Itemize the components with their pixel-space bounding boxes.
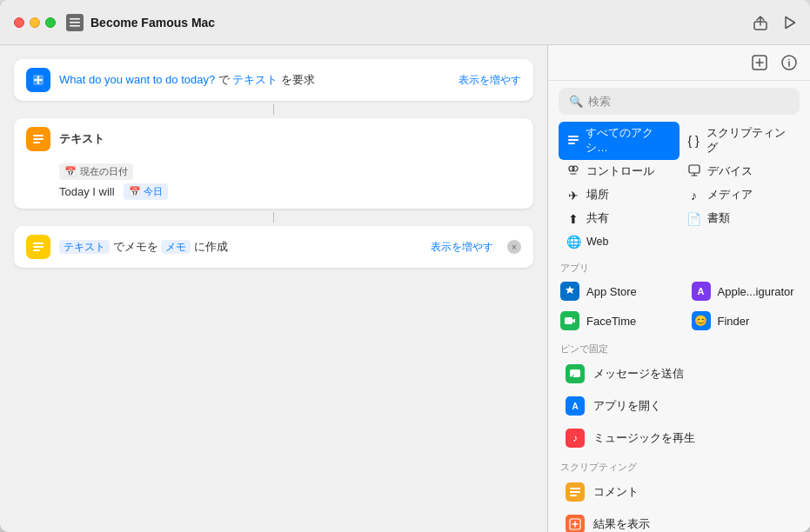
svg-rect-28: [565, 317, 572, 324]
category-device[interactable]: デバイス: [679, 160, 800, 183]
create-note-close[interactable]: ×: [507, 240, 521, 254]
close-button[interactable]: [14, 17, 24, 28]
category-control[interactable]: コントロール: [559, 160, 679, 183]
window-title: Become Famous Mac: [90, 16, 753, 30]
category-all-actions[interactable]: すべてのアクシ…: [559, 122, 679, 160]
open-app-label: アプリを開く: [593, 398, 661, 414]
create-note-title: テキスト でメモを メモ に作成: [59, 239, 422, 255]
comment-label: コメント: [593, 484, 639, 500]
configurator-icon: A: [692, 282, 711, 301]
svg-rect-12: [33, 249, 40, 251]
pinned-open-app[interactable]: A アプリを開く: [553, 390, 805, 422]
search-input[interactable]: [588, 95, 789, 108]
date-badge: 📅 現在の日付: [59, 163, 133, 180]
add-action-button[interactable]: [751, 54, 768, 75]
svg-rect-8: [33, 138, 44, 140]
create-note-more[interactable]: 表示を増やす: [431, 240, 493, 255]
minimize-button[interactable]: [30, 17, 40, 28]
send-message-icon: [566, 364, 585, 383]
play-music-icon: ♪: [566, 429, 585, 448]
search-bar[interactable]: 🔍: [559, 88, 800, 115]
share-icon: ⬆: [566, 212, 581, 226]
search-icon: 🔍: [569, 95, 583, 108]
scripting-section-label: スクリプティング: [548, 457, 810, 475]
actions-toolbar: [548, 45, 810, 81]
svg-rect-2: [70, 25, 80, 27]
category-control-label: コントロール: [586, 164, 654, 179]
scripting-comment[interactable]: コメント: [553, 476, 805, 508]
svg-rect-30: [570, 488, 580, 489]
ask-input-title: What do you want to do today? で テキスト を要求: [59, 72, 450, 88]
svg-rect-32: [570, 495, 577, 496]
category-media-label: メディア: [707, 188, 753, 203]
show-result-label: 結果を表示: [593, 516, 650, 532]
device-icon: [686, 164, 702, 179]
create-note-header: テキスト でメモを メモ に作成 表示を増やす ×: [14, 226, 533, 268]
ask-input-more[interactable]: 表示を増やす: [459, 73, 521, 88]
media-icon: ♪: [686, 189, 702, 203]
app-finder[interactable]: 😊 Finder: [679, 306, 811, 336]
svg-rect-7: [33, 135, 44, 136]
svg-rect-1: [70, 22, 80, 23]
pinned-section-label: ピンで固定: [548, 339, 810, 357]
scripting-icon: { }: [686, 134, 701, 148]
svg-rect-20: [568, 139, 579, 141]
play-button[interactable]: [784, 16, 796, 30]
control-icon: [566, 164, 581, 179]
titlebar-actions: [753, 14, 796, 31]
share-button[interactable]: [753, 14, 768, 31]
scripting-section: スクリプティング コメント: [548, 457, 810, 532]
ask-input-card: What do you want to do today? で テキスト を要求…: [14, 59, 533, 101]
appstore-icon: [560, 282, 579, 301]
text-card-title: テキスト: [59, 131, 521, 147]
svg-rect-9: [33, 142, 40, 143]
maximize-button[interactable]: [45, 17, 56, 28]
category-documents[interactable]: 📄 書類: [679, 207, 800, 230]
svg-rect-21: [568, 143, 575, 144]
apps-section-label: アプリ: [548, 258, 810, 276]
text-icon: [26, 127, 50, 151]
traffic-lights: [14, 17, 56, 28]
app-icon: [66, 14, 84, 31]
category-media[interactable]: ♪ メディア: [679, 183, 800, 207]
app-configurator[interactable]: A Apple...igurator: [679, 276, 811, 306]
app-facetime[interactable]: FaceTime: [548, 306, 679, 336]
category-share[interactable]: ⬆ 共有: [559, 207, 679, 230]
category-share-label: 共有: [586, 211, 609, 226]
category-scripting[interactable]: { } スクリプティング: [679, 122, 800, 160]
action-list: アプリ App Store A Apple: [548, 258, 810, 532]
category-web[interactable]: 🌐 Web: [559, 230, 679, 253]
text-card-header: テキスト: [14, 118, 533, 160]
facetime-icon: [560, 311, 579, 330]
pinned-section: ピンで固定 メッセージを送信 A: [548, 339, 810, 454]
svg-rect-19: [568, 136, 579, 137]
app-window: Become Famous Mac: [0, 0, 810, 532]
text-card: テキスト 📅 現在の日付 Today I will 📅 今日: [14, 118, 533, 209]
today-badge: 📅 今日: [124, 183, 168, 200]
titlebar: Become Famous Mac: [0, 0, 810, 45]
svg-point-23: [572, 166, 578, 171]
all-actions-icon: [566, 134, 580, 149]
finder-label: Finder: [718, 315, 750, 328]
info-button[interactable]: [780, 54, 798, 75]
finder-icon: 😊: [692, 311, 711, 330]
scripting-show-result[interactable]: 結果を表示: [553, 509, 805, 532]
calendar-icon: 📅: [64, 166, 77, 177]
app-appstore[interactable]: App Store: [548, 276, 679, 306]
category-location-label: 場所: [586, 188, 609, 203]
open-app-icon: A: [566, 396, 585, 416]
today-calendar-icon: 📅: [129, 186, 141, 197]
facetime-label: FaceTime: [586, 315, 636, 328]
appstore-label: App Store: [586, 285, 637, 298]
category-scripting-label: スクリプティング: [706, 126, 793, 156]
category-location[interactable]: ✈ 場所: [559, 183, 679, 207]
pinned-play-music[interactable]: ♪ ミュージックを再生: [553, 422, 805, 454]
actions-panel: 🔍 すべてのアクシ… { } スクリ: [548, 45, 810, 532]
create-note-icon: [26, 235, 50, 259]
pinned-send-message[interactable]: メッセージを送信: [553, 358, 805, 389]
svg-rect-25: [689, 165, 700, 173]
text-card-body: 📅 現在の日付 Today I will 📅 今日: [14, 160, 533, 209]
ask-input-header: What do you want to do today? で テキスト を要求…: [14, 59, 533, 101]
documents-icon: 📄: [686, 212, 702, 226]
connector-2: [273, 212, 274, 223]
